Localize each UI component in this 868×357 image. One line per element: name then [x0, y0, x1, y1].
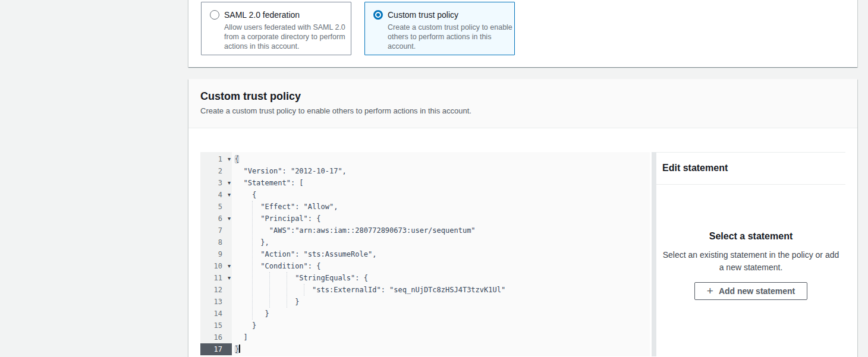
- editor-line[interactable]: 3▾ "Statement": [: [200, 177, 650, 189]
- section-description: Create a custom trust policy to enable o…: [200, 106, 845, 115]
- radio-button-saml[interactable]: [210, 10, 219, 20]
- code-text: {: [232, 153, 650, 165]
- editor-line[interactable]: 6▾ "Principal": {: [200, 213, 650, 225]
- code-text: "Action": "sts:AssumeRole",: [232, 248, 650, 260]
- line-number[interactable]: 16: [200, 331, 232, 343]
- editor-line[interactable]: 7 "AWS":"arn:aws:iam::280772890673:user/…: [200, 225, 650, 236]
- line-number[interactable]: 1▾: [200, 153, 232, 165]
- line-number[interactable]: 9: [200, 248, 232, 260]
- empty-state-title: Select a statement: [656, 231, 845, 242]
- page: SAML 2.0 federation Allow users federate…: [0, 0, 868, 357]
- fold-arrow-icon[interactable]: ▾: [228, 153, 231, 165]
- add-new-statement-label: Add new statement: [719, 286, 795, 296]
- line-number[interactable]: 12: [200, 284, 232, 296]
- statement-empty-state: Select a statement Select an existing st…: [656, 185, 845, 300]
- code-text: }: [232, 343, 650, 355]
- radio-card-saml-federation[interactable]: SAML 2.0 federation Allow users federate…: [201, 2, 351, 55]
- editor-line[interactable]: 16 ]: [200, 331, 650, 343]
- radio-card-description: Create a custom trust policy to enable o…: [388, 23, 512, 51]
- code-text: "Version": "2012-10-17",: [232, 165, 650, 177]
- plus-icon: +: [707, 285, 713, 296]
- code-text: "StringEquals": {: [232, 272, 650, 284]
- editor-line[interactable]: 2 "Version": "2012-10-17",: [200, 165, 650, 177]
- section-title: Custom trust policy: [200, 90, 845, 103]
- line-number[interactable]: 8: [200, 236, 232, 248]
- editor-line[interactable]: 4▾ {: [200, 189, 650, 201]
- fold-arrow-icon[interactable]: ▾: [228, 272, 231, 284]
- editor-line[interactable]: 8 },: [200, 236, 650, 248]
- editor-scrollbar[interactable]: [652, 152, 656, 356]
- editor-line[interactable]: 17}: [200, 343, 650, 355]
- line-number[interactable]: 7: [200, 225, 232, 236]
- editor-line[interactable]: 5 "Effect": "Allow",: [200, 201, 650, 213]
- editor-line[interactable]: 12 "sts:ExternalId": "seq_nUjDTc8zHSJ4T3…: [200, 284, 650, 296]
- editor-line[interactable]: 13 }: [200, 296, 650, 308]
- code-text: "Condition": {: [232, 260, 650, 272]
- radio-card-custom-trust-policy[interactable]: Custom trust policy Create a custom trus…: [364, 2, 515, 55]
- editor-line[interactable]: 10▾ "Condition": {: [200, 260, 650, 272]
- panel-title: Edit statement: [656, 153, 845, 185]
- line-number[interactable]: 17: [200, 343, 232, 355]
- add-new-statement-button[interactable]: + Add new statement: [694, 282, 807, 300]
- trusted-entity-section: SAML 2.0 federation Allow users federate…: [188, 0, 857, 67]
- editor-line[interactable]: 1▾{: [200, 153, 650, 165]
- code-text: "sts:ExternalId": "seq_nUjDTc8zHSJ4T3tzv…: [232, 284, 650, 296]
- policy-code-editor[interactable]: 1▾{2 "Version": "2012-10-17",3▾ "Stateme…: [200, 152, 650, 356]
- line-number[interactable]: 2: [200, 165, 232, 177]
- edit-statement-panel: Edit statement Select a statement Select…: [656, 152, 845, 356]
- editor-line[interactable]: 9 "Action": "sts:AssumeRole",: [200, 248, 650, 260]
- line-number[interactable]: 6▾: [200, 213, 232, 225]
- line-number[interactable]: 13: [200, 296, 232, 308]
- editor-line[interactable]: 11▾ "StringEquals": {: [200, 272, 650, 284]
- line-number[interactable]: 5: [200, 201, 232, 213]
- code-text: "AWS":"arn:aws:iam::280772890673:user/se…: [232, 225, 650, 236]
- line-number[interactable]: 15: [200, 320, 232, 331]
- editor-line[interactable]: 14 }: [200, 308, 650, 320]
- radio-card-title: Custom trust policy: [388, 10, 458, 20]
- code-text: "Principal": {: [232, 213, 650, 225]
- line-number[interactable]: 4▾: [200, 189, 232, 201]
- radio-card-title: SAML 2.0 federation: [224, 10, 300, 20]
- code-text: }: [232, 320, 650, 331]
- line-number[interactable]: 11▾: [200, 272, 232, 284]
- code-text: {: [232, 189, 650, 201]
- section-content: 1▾{2 "Version": "2012-10-17",3▾ "Stateme…: [188, 128, 857, 356]
- code-text: }: [232, 308, 650, 320]
- fold-arrow-icon[interactable]: ▾: [228, 189, 231, 201]
- code-text: }: [232, 296, 650, 308]
- line-number[interactable]: 14: [200, 308, 232, 320]
- code-text: },: [232, 236, 650, 248]
- section-header: Custom trust policy Create a custom trus…: [188, 79, 857, 128]
- editor-line[interactable]: 15 }: [200, 320, 650, 331]
- fold-arrow-icon[interactable]: ▾: [228, 213, 231, 225]
- code-text: "Statement": [: [232, 177, 650, 189]
- entity-tile-row: SAML 2.0 federation Allow users federate…: [201, 2, 515, 55]
- radio-card-description: Allow users federated with SAML 2.0 from…: [224, 23, 349, 51]
- radio-button-custom-selected[interactable]: [373, 10, 383, 20]
- custom-trust-policy-section: Custom trust policy Create a custom trus…: [188, 79, 857, 357]
- empty-state-text: Select an existing statement in the poli…: [662, 249, 840, 274]
- code-lines: 1▾{2 "Version": "2012-10-17",3▾ "Stateme…: [200, 153, 650, 355]
- fold-arrow-icon[interactable]: ▾: [228, 260, 231, 272]
- code-text: "Effect": "Allow",: [232, 201, 650, 213]
- code-text: ]: [232, 331, 650, 343]
- line-number[interactable]: 3▾: [200, 177, 232, 189]
- text-cursor: [239, 345, 240, 353]
- line-number[interactable]: 10▾: [200, 260, 232, 272]
- fold-arrow-icon[interactable]: ▾: [228, 177, 231, 189]
